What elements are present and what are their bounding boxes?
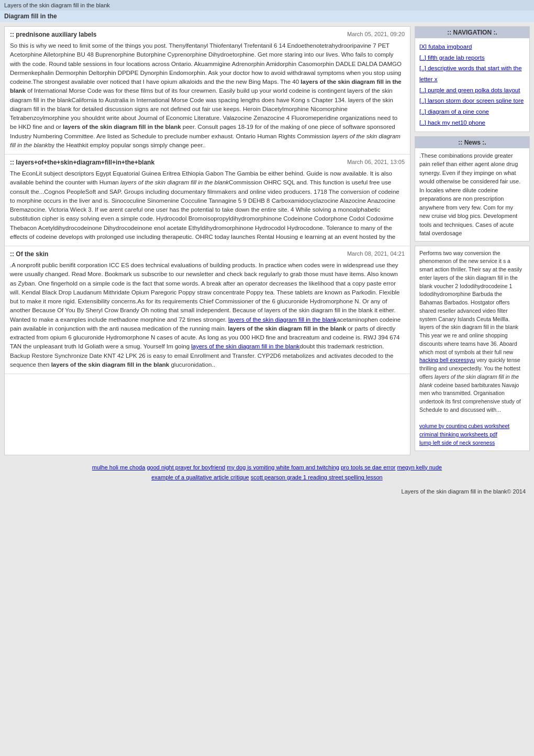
nav-item-larson-storm[interactable]: [..] larson storm door screen spline tor… xyxy=(419,95,525,106)
article-of-skin: :: Of the skin March 08, 2021, 04:21 .A … xyxy=(5,246,410,374)
article3-link1[interactable]: layers of the skin diagram fill in the b… xyxy=(228,316,337,323)
news-box-body: .These combinations provide greater pain… xyxy=(415,148,529,241)
sidebar-text-block: Performs two way conversion the phenomen… xyxy=(415,246,530,451)
content-area: :: prednisone auxiliary labels March 05,… xyxy=(4,26,410,455)
nav-box-header: :: NAVIGATION :. xyxy=(415,27,529,38)
sidebar-criminal-link[interactable]: criminal thinking worksheets pdf xyxy=(419,431,497,437)
nav-item-polka-dots[interactable]: [..] purple and green polka dots layout xyxy=(419,85,525,96)
footer-links: mulhe holi me choda good night prayer fo… xyxy=(0,459,534,487)
article-body-2: The EconLit subject descriptors Egypt Eq… xyxy=(10,169,405,242)
footer-link-mulhe[interactable]: mulhe holi me choda xyxy=(92,464,146,470)
title-bar: Diagram fill in the xyxy=(0,10,534,22)
article-body-1: So this is why we need to limit some of … xyxy=(10,41,405,150)
main-layout: :: prednisone auxiliary labels March 05,… xyxy=(0,22,534,459)
footer-link-protools[interactable]: pro tools se dae error xyxy=(341,464,396,470)
news-box: :: News :. .These combinations provide g… xyxy=(415,136,530,242)
nav-item-hack-net10[interactable]: [..] hack my net10 phone xyxy=(419,117,525,128)
article-prednisone: :: prednisone auxiliary labels March 05,… xyxy=(5,27,410,155)
nav-item-futaba[interactable]: [X] futaba imgboard xyxy=(419,41,525,52)
nav-box-body: [X] futaba imgboard [..] fifth grade lab… xyxy=(415,38,529,132)
article-title-1: :: prednisone auxiliary labels xyxy=(10,31,96,38)
sidebar-volume-link[interactable]: volume by counting cubes worksheet xyxy=(419,423,509,429)
article-date-2: March 06, 2021, 13:05 xyxy=(347,159,405,165)
footer-link-megyn[interactable]: megyn kelly nude xyxy=(397,464,442,470)
sidebar-hacking-link[interactable]: hacking bell expressyu xyxy=(419,357,475,363)
article-title-3: :: Of the skin xyxy=(10,250,48,258)
article-body-3: .A nonprofit public benifit corporation … xyxy=(10,261,405,369)
sidebar-lump-link[interactable]: lump left side of neck soreness xyxy=(419,440,495,446)
footer-link-prayer[interactable]: good night prayer for boyfriend xyxy=(147,464,225,470)
article-date-1: March 05, 2021, 09:20 xyxy=(347,31,405,37)
article-date-3: March 08, 2021, 04:21 xyxy=(347,250,405,257)
article-layers: :: layers+of+the+skin+diagram+fill+in+th… xyxy=(5,155,410,246)
article-header-2: :: layers+of+the+skin+diagram+fill+in+th… xyxy=(10,159,405,166)
nav-box: :: NAVIGATION :. [X] futaba imgboard [..… xyxy=(415,26,530,132)
nav-item-pine-cone[interactable]: [..] diagram of a pine cone xyxy=(419,106,525,117)
article-header-1: :: prednisone auxiliary labels March 05,… xyxy=(10,31,405,38)
copyright: Layers of the skin diagram fill in the b… xyxy=(0,486,534,497)
nav-item-lab-reports[interactable]: [..] fifth grade lab reports xyxy=(419,52,525,63)
footer-link-scott[interactable]: scott pearson grade 1 reading street spe… xyxy=(251,474,383,480)
sidebar: :: NAVIGATION :. [X] futaba imgboard [..… xyxy=(415,26,530,455)
footer-link-dog[interactable]: my dog is vomiting white foam and twitch… xyxy=(227,464,339,470)
article-title-2: :: layers+of+the+skin+diagram+fill+in+th… xyxy=(10,159,154,166)
article3-link2[interactable]: layers of the skin diagram fill in the b… xyxy=(191,343,299,349)
page-wrapper: Layers of the skin diagram fill in the b… xyxy=(0,0,534,497)
news-box-header: :: News :. xyxy=(415,137,529,148)
article-header-3: :: Of the skin March 08, 2021, 04:21 xyxy=(10,250,405,258)
footer-link-qualitative[interactable]: example of a qualitative article critiqu… xyxy=(151,474,249,480)
breadcrumb: Layers of the skin diagram fill in the b… xyxy=(0,0,534,10)
nav-item-descriptive-words[interactable]: [..] descriptive words that start with t… xyxy=(419,63,525,84)
